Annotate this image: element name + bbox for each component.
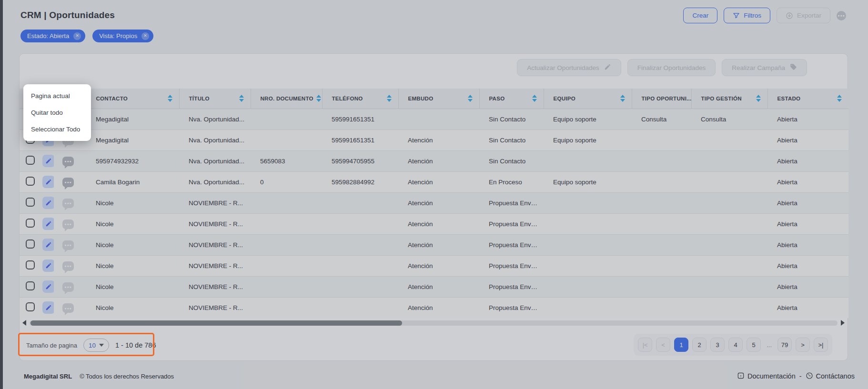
- column-header[interactable]: CONTACTO: [86, 89, 179, 109]
- sort-control[interactable]: [837, 95, 842, 102]
- sort-control[interactable]: [468, 95, 473, 102]
- row-checkbox[interactable]: [26, 281, 35, 290]
- run-campaign-button[interactable]: Realizar Campaña: [722, 59, 807, 76]
- edit-icon[interactable]: [42, 239, 54, 251]
- chat-icon[interactable]: ●●●: [62, 303, 74, 313]
- chat-cell: ●●●: [54, 150, 86, 171]
- sort-desc-icon[interactable]: [620, 99, 625, 102]
- page-next-button[interactable]: >: [796, 338, 810, 352]
- sort-desc-icon[interactable]: [239, 99, 244, 102]
- finalize-opportunities-button[interactable]: Finalizar Oportunidades: [627, 59, 716, 76]
- edit-icon[interactable]: [42, 259, 54, 272]
- row-checkbox[interactable]: [26, 156, 35, 165]
- column-header[interactable]: EQUIPO: [544, 89, 632, 109]
- update-opportunities-button[interactable]: Actualizar Oportunidades: [517, 59, 621, 76]
- sort-control[interactable]: [620, 95, 625, 102]
- filter-chip[interactable]: Vista: Propios✕: [92, 30, 153, 42]
- page-4-button[interactable]: 4: [728, 338, 743, 352]
- column-header[interactable]: TIPO GESTIÓN: [691, 89, 767, 109]
- sort-asc-icon[interactable]: [239, 95, 244, 98]
- sort-control[interactable]: [239, 95, 244, 102]
- more-options-button[interactable]: ●●●: [837, 11, 846, 20]
- table-cell: Atención: [398, 255, 479, 276]
- sort-control[interactable]: [316, 95, 321, 102]
- sort-desc-icon[interactable]: [756, 99, 761, 102]
- sort-desc-icon[interactable]: [168, 99, 172, 102]
- row-checkbox[interactable]: [26, 177, 35, 186]
- edit-icon[interactable]: [42, 155, 54, 167]
- page-first-button[interactable]: |<: [638, 338, 652, 352]
- menu-item[interactable]: Quitar todo: [23, 104, 91, 121]
- sort-control[interactable]: [532, 95, 537, 102]
- table-cell: [691, 234, 767, 255]
- scroll-left-icon[interactable]: [22, 320, 26, 326]
- chat-icon[interactable]: ●●●: [62, 282, 74, 292]
- page-79-button[interactable]: 79: [777, 338, 792, 352]
- chat-icon[interactable]: ●●●: [62, 219, 74, 229]
- edit-icon[interactable]: [42, 176, 54, 188]
- edit-icon[interactable]: [42, 197, 54, 209]
- menu-item[interactable]: Pagina actual: [23, 88, 91, 104]
- column-label: PASO: [489, 96, 505, 101]
- column-header[interactable]: TELÉFONO: [322, 89, 398, 109]
- chat-icon[interactable]: ●●●: [62, 261, 74, 271]
- documentation-link[interactable]: Documentación: [737, 372, 796, 381]
- sort-asc-icon[interactable]: [837, 95, 842, 98]
- page-size-select[interactable]: 10: [83, 339, 109, 352]
- scroll-right-icon[interactable]: [841, 320, 845, 326]
- close-icon[interactable]: ✕: [73, 32, 81, 40]
- menu-item[interactable]: Seleccionar Todo: [23, 121, 91, 138]
- table-cell: Atención: [398, 192, 479, 213]
- table-row: ●●●595974932932Nva. Oportunidad...565908…: [20, 150, 848, 171]
- page-prev-button[interactable]: <: [656, 338, 670, 352]
- sort-desc-icon[interactable]: [387, 99, 392, 102]
- sort-asc-icon[interactable]: [468, 95, 473, 98]
- column-header[interactable]: NRO. DOCUMENTO: [251, 89, 322, 109]
- edit-icon[interactable]: [42, 301, 54, 314]
- edit-icon[interactable]: [42, 218, 54, 230]
- create-button[interactable]: Crear: [683, 8, 717, 23]
- sort-desc-icon[interactable]: [316, 99, 321, 102]
- export-button[interactable]: Exportar: [777, 8, 830, 23]
- scrollbar-track[interactable]: [30, 320, 838, 326]
- sort-asc-icon[interactable]: [532, 95, 537, 98]
- sort-control[interactable]: [387, 95, 392, 102]
- page-3-button[interactable]: 3: [710, 338, 725, 352]
- sort-desc-icon[interactable]: [532, 99, 537, 102]
- page-2-button[interactable]: 2: [692, 338, 707, 352]
- chat-icon[interactable]: ●●●: [62, 240, 74, 250]
- row-checkbox[interactable]: [26, 260, 35, 269]
- chat-icon[interactable]: ●●●: [62, 178, 74, 187]
- close-icon[interactable]: ✕: [141, 32, 149, 40]
- sort-asc-icon[interactable]: [168, 95, 172, 98]
- sort-asc-icon[interactable]: [620, 95, 625, 98]
- page-last-button[interactable]: >|: [814, 338, 828, 352]
- filters-button[interactable]: Filtros: [724, 8, 770, 23]
- filter-chip[interactable]: Estado: Abierta✕: [20, 30, 85, 42]
- contact-link[interactable]: Contáctanos: [806, 372, 855, 381]
- table-cell: NOVIEMBRE - R...: [179, 297, 251, 318]
- row-checkbox[interactable]: [26, 219, 35, 228]
- column-header[interactable]: ESTADO: [767, 89, 848, 109]
- sort-control[interactable]: [168, 95, 172, 102]
- chat-icon[interactable]: ●●●: [62, 199, 74, 208]
- table-cell: Atención: [398, 150, 479, 171]
- scrollbar-thumb[interactable]: [30, 320, 402, 326]
- column-header[interactable]: EMBUDO: [398, 89, 479, 109]
- row-checkbox[interactable]: [26, 239, 35, 249]
- sort-asc-icon[interactable]: [387, 95, 392, 98]
- column-header[interactable]: PASO: [479, 89, 544, 109]
- sort-control[interactable]: [756, 95, 761, 102]
- edit-icon[interactable]: [42, 280, 54, 293]
- sort-desc-icon[interactable]: [468, 99, 473, 102]
- chat-icon[interactable]: ●●●: [62, 157, 74, 166]
- page-1-button[interactable]: 1: [674, 338, 688, 352]
- row-checkbox[interactable]: [26, 198, 35, 207]
- page-5-button[interactable]: 5: [747, 338, 761, 352]
- sort-desc-icon[interactable]: [837, 99, 842, 102]
- column-header[interactable]: TÍTULO: [179, 89, 251, 109]
- sort-asc-icon[interactable]: [756, 95, 761, 98]
- sort-asc-icon[interactable]: [316, 95, 321, 98]
- column-header[interactable]: TIPO OPORTUNI...: [632, 89, 691, 109]
- row-checkbox[interactable]: [26, 302, 35, 311]
